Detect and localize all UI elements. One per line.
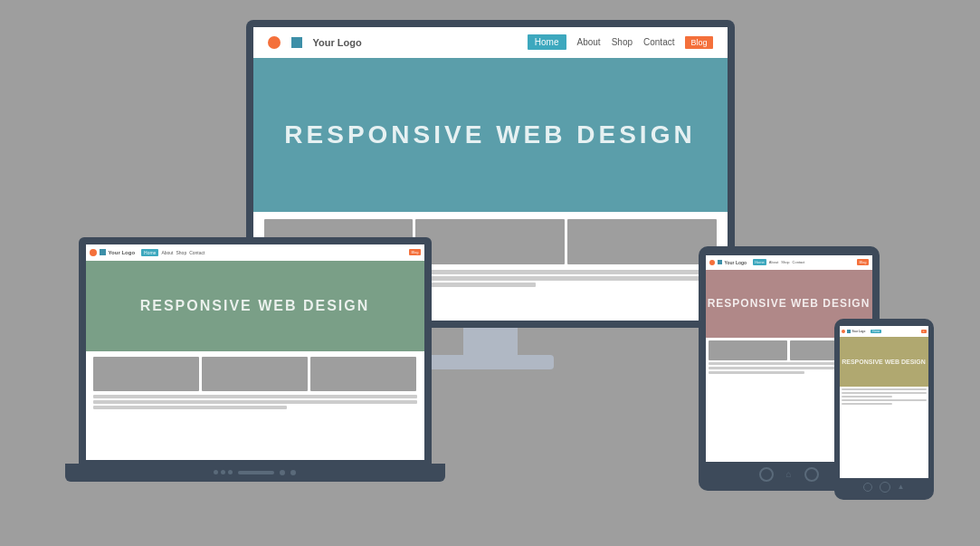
phone-logo-circle [842, 330, 845, 333]
phone-line-1 [842, 388, 927, 390]
laptop-screen: Your Logo Home About Shop Contact Blog R… [86, 244, 424, 460]
phone-nav-blog: ≡ [921, 330, 927, 333]
tablet-logo-text: Your Logo [725, 260, 747, 265]
phone-line-4 [842, 399, 927, 401]
laptop-line-2 [93, 400, 417, 404]
phone-hero: RESPONSIVE WEB DESIGN [840, 337, 928, 387]
laptop-line-1 [93, 395, 417, 398]
tablet-logo-circle [709, 260, 715, 265]
laptop-hero: RESPONSIVE WEB DESIGN [86, 261, 424, 351]
phone-screen: Your Logo Home ≡ RESPONSIVE WEB DESIGN [840, 326, 928, 478]
scene: Your Logo Home About Shop Contact Blog R… [47, 20, 934, 527]
laptop-dot-3 [228, 470, 233, 474]
tablet-nav-home[interactable]: Home [753, 259, 766, 265]
tablet-nav-blog[interactable]: Blog [857, 259, 868, 265]
laptop-content [86, 351, 424, 460]
laptop-bar [238, 471, 274, 474]
phone-device: Your Logo Home ≡ RESPONSIVE WEB DESIGN [834, 319, 934, 500]
desktop-card-3 [567, 219, 717, 264]
tablet-nav-about[interactable]: About [769, 260, 778, 264]
desktop-hero: RESPONSIVE WEB DESIGN [253, 58, 728, 212]
tablet-nav-shop[interactable]: Shop [781, 260, 789, 264]
phone-line-2 [842, 392, 927, 394]
laptop-nav-about[interactable]: About [161, 250, 173, 255]
laptop-logo-text: Your Logo [109, 250, 136, 255]
laptop-lines [93, 395, 417, 409]
laptop-dot-right-1 [280, 470, 285, 475]
laptop-nav-blog[interactable]: Blog [409, 249, 420, 255]
laptop-hero-text: RESPONSIVE WEB DESIGN [140, 298, 370, 314]
phone-lines [842, 388, 927, 405]
desktop-nav-shop[interactable]: Shop [612, 37, 633, 47]
desktop-nav: Your Logo Home About Shop Contact Blog [253, 27, 728, 58]
laptop-nav-shop[interactable]: Shop [176, 250, 186, 255]
phone-home-button[interactable] [880, 482, 890, 493]
laptop-cards [93, 357, 417, 391]
desktop-stand-neck [463, 328, 518, 355]
tablet-nav: Your Logo Home About Shop Contact Blog [706, 255, 872, 270]
tablet-line-3 [709, 371, 805, 374]
laptop-nav: Your Logo Home About Shop Contact Blog [86, 244, 424, 261]
tablet-back-button[interactable] [804, 467, 819, 482]
laptop-card-2 [202, 357, 308, 391]
desktop-nav-contact[interactable]: Contact [643, 37, 674, 47]
laptop-nav-home[interactable]: Home [141, 249, 158, 256]
laptop-card-3 [310, 357, 416, 391]
laptop-logo-square [100, 249, 106, 255]
phone-content [840, 387, 928, 478]
tablet-card-1 [709, 340, 788, 360]
phone-line-5 [842, 403, 892, 405]
desktop-stand-base [427, 355, 554, 369]
phone-home-area: ▲ [863, 482, 905, 493]
tablet-nav-contact[interactable]: Contact [793, 260, 805, 264]
laptop-dot-right-2 [290, 470, 296, 475]
laptop-screen-border: Your Logo Home About Shop Contact Blog R… [79, 237, 432, 464]
logo-circle-icon [268, 36, 281, 49]
laptop-line-3 [93, 406, 288, 409]
tablet-hero-text: RESPONSIVE WEB DESIGN [708, 297, 871, 310]
phone-nav-home[interactable]: Home [871, 330, 881, 333]
phone-hero-text: RESPONSIVE WEB DESIGN [842, 359, 926, 365]
phone-nav: Your Logo Home ≡ [840, 326, 928, 337]
laptop-nav-contact[interactable]: Contact [189, 250, 205, 255]
laptop-card-1 [93, 357, 199, 391]
tablet-home-icon: ⌂ [783, 468, 795, 481]
desktop-nav-home[interactable]: Home [528, 34, 566, 50]
desktop-nav-about[interactable]: About [577, 37, 601, 47]
phone-line-3 [842, 396, 892, 398]
laptop-base [65, 464, 445, 482]
laptop-logo-circle [90, 249, 97, 256]
laptop-dots [214, 470, 233, 474]
tablet-logo-square [718, 260, 722, 264]
tablet-home-area: ⌂ [759, 467, 819, 482]
phone-logo-text: Your Logo [852, 330, 866, 333]
laptop-device: Your Logo Home About Shop Contact Blog R… [65, 237, 445, 482]
tablet-home-button[interactable] [759, 467, 774, 482]
desktop-hero-text: RESPONSIVE WEB DESIGN [284, 120, 695, 149]
phone-logo-square [847, 330, 851, 333]
phone-back-button[interactable] [863, 483, 872, 492]
desktop-nav-blog[interactable]: Blog [685, 36, 712, 49]
laptop-dot-1 [214, 470, 218, 474]
desktop-logo-text: Your Logo [313, 37, 362, 48]
phone-nav-icon: ▲ [898, 483, 905, 491]
laptop-dot-2 [221, 470, 225, 474]
logo-square-icon [291, 37, 302, 48]
laptop-trackpad-area [214, 470, 296, 475]
